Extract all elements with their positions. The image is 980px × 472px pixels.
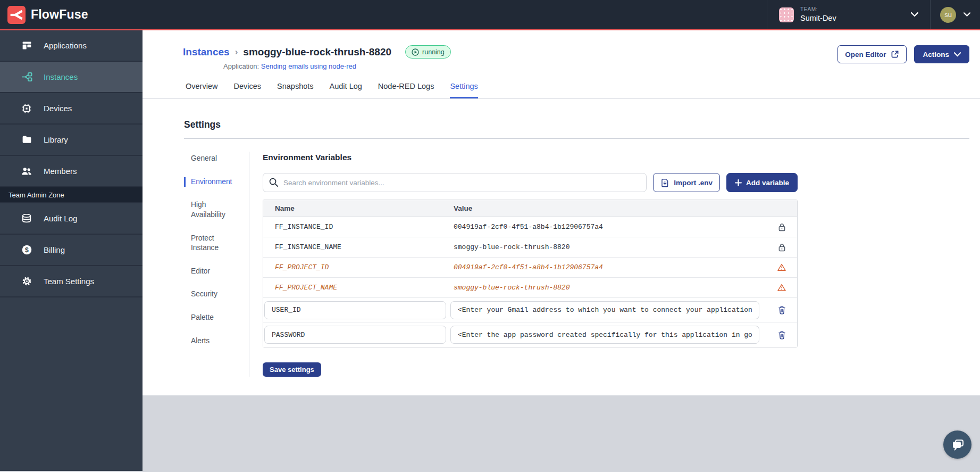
sidebar-item-label: Members	[44, 167, 77, 176]
sidebar-item-label: Instances	[44, 72, 78, 81]
sidebar-item-instances[interactable]: Instances	[0, 62, 143, 93]
table-row	[263, 298, 797, 322]
sidebar-item-applications[interactable]: Applications	[0, 30, 143, 62]
sidebar-item-members[interactable]: Members	[0, 156, 143, 187]
tab-overview[interactable]: Overview	[186, 82, 217, 98]
trash-icon[interactable]	[766, 330, 797, 339]
application-label: Application:	[223, 62, 259, 70]
env-var-value: 004919af-2cf0-4f51-a8b4-1b12906757a4	[454, 263, 766, 271]
top-bar: FlowFuse TEAM: Sumit-Dev su	[0, 0, 980, 30]
table-row	[263, 322, 797, 347]
lock-icon	[766, 223, 797, 231]
sidebar: Applications Instances Devices	[0, 30, 143, 471]
trash-icon[interactable]	[766, 305, 797, 314]
env-var-value: 004919af-2cf0-4f51-a8b4-1b12906757a4	[454, 223, 766, 231]
import-env-button[interactable]: Import .env	[653, 173, 720, 192]
column-header-name: Name	[263, 204, 454, 212]
applications-icon	[20, 39, 33, 52]
env-var-name-cell	[263, 326, 446, 344]
sidebar-item-label: Billing	[44, 245, 65, 254]
plus-icon	[735, 179, 742, 186]
warning-icon	[766, 284, 797, 292]
sidebar-item-billing[interactable]: $ Billing	[0, 235, 143, 266]
play-icon	[412, 48, 419, 56]
actions-label: Actions	[923, 51, 949, 59]
subnav-alerts[interactable]: Alerts	[184, 336, 241, 346]
sidebar-item-library[interactable]: Library	[0, 125, 143, 156]
lock-icon	[766, 243, 797, 252]
application-line: Application: Sending emails using node-r…	[183, 59, 451, 70]
table-header: Name Value	[263, 200, 797, 217]
save-settings-button[interactable]: Save settings	[263, 362, 321, 377]
env-var-value-input[interactable]	[450, 326, 759, 344]
column-header-value: Value	[454, 204, 766, 212]
team-avatar	[779, 7, 794, 22]
main-area: Instances › smoggy-blue-rock-thrush-8820…	[143, 30, 980, 471]
status-badge: running	[405, 45, 451, 59]
subnav-general[interactable]: General	[184, 154, 241, 164]
env-var-name: FF_PROJECT_NAME	[263, 284, 454, 292]
flowfuse-brand[interactable]: FlowFuse	[0, 6, 88, 24]
breadcrumb: Instances › smoggy-blue-rock-thrush-8820…	[183, 45, 451, 59]
tab-devices[interactable]: Devices	[233, 82, 261, 98]
instance-tabs: Overview Devices Snapshots Audit Log Nod…	[143, 70, 980, 99]
user-menu[interactable]: su	[931, 0, 980, 29]
env-var-name-input[interactable]	[264, 301, 446, 319]
sidebar-item-label: Audit Log	[44, 214, 77, 223]
team-selector[interactable]: TEAM: Sumit-Dev	[767, 0, 930, 29]
search-input[interactable]	[263, 173, 647, 192]
settings-title: Settings	[184, 119, 969, 130]
tab-snapshots[interactable]: Snapshots	[277, 82, 314, 98]
team-admin-zone-label: Team Admin Zone	[0, 187, 143, 203]
sidebar-item-label: Library	[44, 135, 68, 144]
env-var-value-input[interactable]	[450, 301, 759, 319]
brand-name: FlowFuse	[31, 7, 88, 22]
subnav-high-availability[interactable]: High Availability	[184, 200, 241, 220]
search-icon	[269, 177, 279, 187]
env-var-value-cell	[450, 326, 766, 344]
settings-divider	[184, 138, 969, 139]
import-env-label: Import .env	[674, 179, 713, 187]
team-name: Sumit-Dev	[800, 13, 904, 23]
env-var-name-cell	[263, 301, 446, 319]
actions-button[interactable]: Actions	[914, 45, 969, 63]
sidebar-item-label: Devices	[44, 104, 72, 113]
chat-widget-button[interactable]	[943, 430, 971, 459]
env-var-value: smoggy-blue-rock-thrush-8820	[454, 243, 766, 251]
user-avatar: su	[940, 7, 956, 23]
sidebar-filler	[0, 297, 143, 471]
chevron-down-icon	[954, 52, 961, 57]
status-badge-label: running	[422, 48, 445, 56]
subnav-editor[interactable]: Editor	[184, 267, 241, 277]
sidebar-item-devices[interactable]: Devices	[0, 93, 143, 125]
table-row: FF_PROJECT_ID 004919af-2cf0-4f51-a8b4-1b…	[263, 258, 797, 278]
application-link[interactable]: Sending emails using node-red	[261, 62, 356, 70]
env-var-name: FF_INSTANCE_NAME	[263, 243, 454, 251]
sidebar-item-label: Applications	[44, 41, 87, 50]
tab-audit-log[interactable]: Audit Log	[330, 82, 362, 98]
breadcrumb-instances-link[interactable]: Instances	[183, 46, 230, 58]
sidebar-item-audit-log[interactable]: Audit Log	[0, 203, 143, 235]
settings-subnav: General Environment High Availability Pr…	[184, 152, 249, 377]
devices-icon	[20, 102, 33, 115]
tab-node-red-logs[interactable]: Node-RED Logs	[378, 82, 434, 98]
warning-icon	[766, 263, 797, 271]
subnav-palette[interactable]: Palette	[184, 313, 241, 323]
env-variables-table: Name Value FF_INSTANCE_ID 004919af-2cf0-…	[263, 200, 798, 347]
env-var-value-cell	[450, 301, 766, 319]
subnav-environment[interactable]: Environment	[184, 177, 241, 187]
library-folder-icon	[20, 134, 33, 146]
open-editor-button[interactable]: Open Editor	[837, 45, 907, 63]
add-variable-button[interactable]: Add variable	[726, 173, 798, 192]
table-row: FF_PROJECT_NAME smoggy-blue-rock-thrush-…	[263, 278, 797, 298]
sidebar-item-team-settings[interactable]: Team Settings	[0, 266, 143, 297]
subnav-protect-instance[interactable]: Protect Instance	[184, 234, 241, 253]
tab-settings[interactable]: Settings	[450, 82, 478, 98]
subnav-security[interactable]: Security	[184, 289, 241, 300]
environment-variables-title: Environment Variables	[263, 153, 798, 162]
team-label: TEAM:	[800, 6, 904, 13]
chat-bubbles-icon	[950, 437, 965, 452]
open-editor-label: Open Editor	[845, 51, 886, 59]
env-var-name-input[interactable]	[264, 326, 446, 344]
audit-log-icon	[20, 212, 33, 225]
